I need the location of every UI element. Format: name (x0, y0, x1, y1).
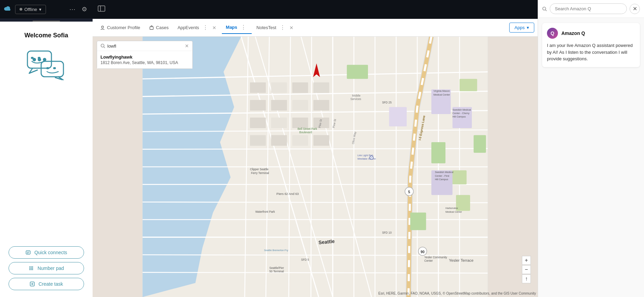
svg-text:Mobile: Mobile (352, 94, 361, 97)
map-attribution: Esri, HERE, Garmin, FAO, NOAA, USGS, © O… (378, 292, 536, 295)
status-dropdown-icon: ▾ (39, 7, 41, 12)
svg-rect-68 (250, 117, 266, 128)
map-zoom-in-button[interactable]: + (522, 256, 531, 265)
status-dot (20, 8, 22, 11)
svg-point-17 (31, 269, 32, 270)
svg-text:SFD 25: SFD 25 (382, 101, 392, 104)
svg-text:Piers 62 And 63: Piers 62 And 63 (276, 192, 299, 196)
svg-rect-4 (31, 57, 34, 59)
tab-maps-more[interactable]: ⋮ (239, 24, 248, 30)
map-result-name: Lowflyinghawk (100, 54, 189, 60)
right-panel: ✕ Q Amazon Q I am your live Amazon Q ass… (538, 0, 644, 297)
svg-rect-65 (313, 83, 329, 93)
svg-text:Seattle Bremerton Fry: Seattle Bremerton Fry (264, 249, 288, 252)
tab-notestest-label: NotesTest (257, 25, 276, 30)
top-bar: Offline ▾ ⋯ ⚙ (0, 0, 93, 19)
svg-rect-53 (347, 65, 368, 79)
number-pad-button[interactable]: Number pad (9, 262, 84, 274)
tab-appevents-more[interactable]: ⋮ (201, 24, 210, 31)
map-zoom-out-button[interactable]: − (522, 265, 531, 274)
apps-label: Apps (514, 25, 525, 30)
svg-line-122 (104, 47, 105, 48)
svg-text:Seattle/Pier: Seattle/Pier (269, 267, 284, 270)
svg-point-16 (29, 269, 31, 270)
main-area: Customer Profile Cases AppEvents ⋮ ✕ Map… (93, 0, 538, 297)
quick-connects-label: Quick connects (34, 250, 67, 255)
right-panel-close-button[interactable]: ✕ (630, 4, 640, 14)
apps-button[interactable]: Apps ▾ (509, 23, 534, 33)
welcome-text: Welcome Sofia (24, 32, 68, 39)
svg-rect-59 (474, 135, 486, 153)
map-svg: Seattle Piers 62 And 63 Waterfront Park … (93, 37, 538, 297)
tab-customer-profile[interactable]: Customer Profile (96, 22, 144, 33)
svg-point-22 (102, 26, 104, 28)
svg-point-14 (31, 268, 32, 269)
svg-point-10 (29, 267, 31, 268)
svg-text:90: 90 (421, 250, 425, 254)
svg-point-15 (32, 268, 33, 269)
map-result-address: 1812 Boren Ave, Seattle, WA, 98101, USA (100, 60, 189, 65)
right-search-input[interactable] (550, 3, 627, 14)
svg-text:Yesler Terrace: Yesler Terrace (449, 258, 474, 262)
svg-rect-61 (250, 100, 266, 111)
amazon-q-message: I am your live Amazon Q assistant powere… (547, 42, 635, 62)
tab-maps-label: Maps (226, 25, 237, 30)
svg-rect-67 (313, 100, 329, 111)
svg-text:Bell Street Park: Bell Street Park (298, 127, 318, 131)
map-search-clear-button[interactable]: ✕ (185, 43, 189, 49)
svg-text:Swedish Medical: Swedish Medical (435, 171, 453, 174)
map-search-input[interactable] (107, 44, 183, 49)
tab-cases[interactable]: Cases (145, 22, 173, 33)
svg-rect-75 (313, 135, 329, 146)
tab-appevents[interactable]: AppEvents ⋮ ✕ (174, 22, 221, 34)
apps-dropdown-icon: ▾ (527, 25, 529, 30)
sidebar-content: Welcome Sofia (0, 22, 93, 297)
svg-text:Center - First: Center - First (435, 175, 449, 177)
left-sidebar: Offline ▾ ⋯ ⚙ Welcome Sofia (0, 0, 93, 297)
tab-appevents-close[interactable]: ✕ (212, 25, 217, 30)
amazon-q-header: Q Amazon Q (547, 28, 635, 39)
tab-notestest-close[interactable]: ✕ (289, 25, 294, 30)
svg-rect-54 (460, 79, 477, 91)
svg-rect-20 (98, 6, 105, 11)
svg-rect-58 (456, 195, 470, 211)
status-button[interactable]: Offline ▾ (15, 5, 46, 14)
status-label: Offline (24, 7, 37, 12)
right-panel-search-bar: ✕ (538, 0, 644, 18)
svg-point-11 (31, 267, 32, 268)
svg-text:Services: Services (350, 98, 361, 101)
svg-text:5: 5 (408, 190, 410, 194)
svg-text:SFD 5: SFD 5 (301, 258, 309, 261)
svg-text:50 Terminal: 50 Terminal (269, 270, 284, 273)
map-compass-button[interactable]: ↑ (522, 274, 531, 283)
amazon-q-card: Q Amazon Q I am your live Amazon Q assis… (542, 23, 640, 67)
svg-text:P: P (371, 157, 372, 160)
map-container[interactable]: Seattle Piers 62 And 63 Waterfront Park … (93, 37, 538, 297)
svg-rect-63 (271, 100, 287, 111)
svg-rect-55 (431, 142, 445, 163)
svg-text:Virginia Mason: Virginia Mason (433, 90, 450, 92)
tab-appevents-label: AppEvents (178, 25, 199, 30)
tab-notestest-more[interactable]: ⋮ (278, 24, 287, 31)
map-search-input-row: ✕ (97, 41, 192, 51)
tab-notestest[interactable]: NotesTest ⋮ ✕ (252, 22, 298, 34)
tabs-bar: Customer Profile Cases AppEvents ⋮ ✕ Map… (93, 19, 538, 37)
svg-text:Boulevard: Boulevard (299, 131, 312, 134)
svg-rect-57 (410, 213, 426, 230)
map-search-result[interactable]: Lowflyinghawk 1812 Boren Ave, Seattle, W… (97, 51, 192, 69)
create-task-label: Create task (38, 281, 63, 287)
svg-text:Hill Campus: Hill Campus (435, 178, 448, 181)
svg-point-123 (543, 7, 546, 10)
more-options-button[interactable]: ⋯ (68, 4, 77, 14)
svg-text:Waterfront Park: Waterfront Park (255, 210, 275, 213)
quick-connects-button[interactable]: Quick connects (9, 246, 84, 259)
create-task-button[interactable]: Create task (9, 278, 84, 290)
map-search-icon (100, 44, 105, 48)
map-search-box: ✕ Lowflyinghawk 1812 Boren Ave, Seattle,… (97, 41, 193, 69)
settings-button[interactable]: ⚙ (80, 4, 88, 14)
tab-maps[interactable]: Maps ⋮ (222, 21, 252, 34)
svg-rect-23 (150, 27, 153, 29)
svg-rect-7 (46, 67, 49, 69)
right-search-icon (542, 7, 547, 11)
svg-rect-77 (389, 107, 407, 126)
